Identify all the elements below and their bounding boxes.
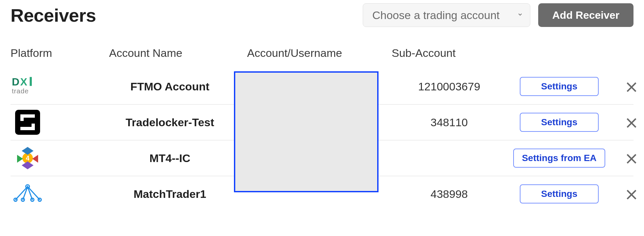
svg-rect-6 (20, 127, 35, 130)
account-select-wrap: Choose a trading account (363, 3, 530, 27)
close-icon (624, 161, 639, 166)
sub-account: 348110 (392, 116, 507, 129)
delete-row-button[interactable] (624, 115, 639, 130)
table-row: Tradelocker-Test 348110 Settings (11, 104, 633, 140)
svg-text:trade: trade (12, 87, 29, 95)
table-row: 4 MT4--IC Settings from EA (11, 140, 633, 176)
delete-row-button[interactable] (624, 79, 639, 94)
page-title: Receivers (11, 5, 96, 26)
account-name: Tradelocker-Test (109, 116, 244, 129)
trading-account-select[interactable]: Choose a trading account (363, 3, 530, 27)
dxtrade-icon: D X trade (12, 73, 43, 100)
account-name: MatchTrader1 (109, 188, 244, 201)
svg-rect-4 (15, 110, 40, 135)
settings-button[interactable]: Settings (520, 77, 599, 96)
close-icon (624, 197, 639, 202)
mt4-icon: 4 (12, 145, 43, 171)
col-account-username: Account/Username (247, 47, 388, 59)
col-account-name: Account Name (109, 47, 244, 59)
svg-rect-2 (30, 77, 32, 86)
table-row: D X trade FTMO Account 1210003679 Settin… (11, 69, 633, 104)
delete-row-button[interactable] (624, 151, 639, 166)
table-header: Platform Account Name Account/Username S… (11, 47, 633, 69)
svg-rect-8 (32, 124, 35, 127)
table-row: MatchTrader1 438998 Settings (11, 176, 633, 212)
table-body: D X trade FTMO Account 1210003679 Settin… (11, 69, 633, 212)
delete-row-button[interactable] (624, 186, 639, 202)
settings-button[interactable]: Settings (520, 184, 599, 203)
close-icon (624, 89, 639, 94)
close-icon (624, 125, 639, 130)
tradelocker-icon (12, 109, 43, 135)
svg-rect-5 (20, 114, 35, 118)
receivers-table: Platform Account Name Account/Username S… (11, 47, 633, 212)
svg-text:X: X (20, 76, 28, 88)
account-name: MT4--IC (109, 152, 244, 165)
account-name: FTMO Account (109, 80, 244, 93)
matchtrader-icon (12, 181, 43, 207)
svg-text:D: D (12, 76, 19, 88)
settings-from-ea-button[interactable]: Settings from EA (513, 149, 605, 168)
add-receiver-button[interactable]: Add Receiver (538, 3, 633, 27)
sub-account: 438998 (392, 188, 507, 201)
svg-text:4: 4 (26, 154, 30, 162)
svg-rect-7 (20, 118, 24, 121)
settings-button[interactable]: Settings (520, 113, 599, 132)
sub-account: 1210003679 (392, 80, 507, 93)
col-platform: Platform (11, 47, 106, 59)
col-sub-account: Sub-Account (392, 47, 507, 59)
